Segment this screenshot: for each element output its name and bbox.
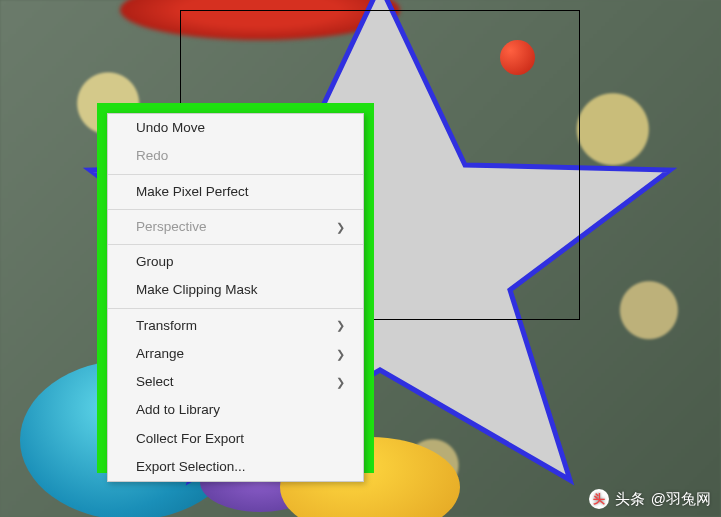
watermark: 头 头条 @羽兔网 [589, 489, 711, 509]
menu-group[interactable]: Group [108, 248, 363, 276]
menu-separator [108, 308, 363, 309]
watermark-logo-icon: 头 [589, 489, 609, 509]
menu-undo[interactable]: Undo Move [108, 114, 363, 142]
menu-separator [108, 209, 363, 210]
menu-clipping-mask[interactable]: Make Clipping Mask [108, 276, 363, 304]
menu-group-label: Group [136, 252, 174, 272]
watermark-prefix: 头条 [615, 490, 645, 509]
menu-select[interactable]: Select❯ [108, 368, 363, 396]
menu-undo-label: Undo Move [136, 118, 205, 138]
watermark-handle: @羽兔网 [651, 490, 711, 509]
menu-perspective: Perspective❯ [108, 213, 363, 241]
menu-pixel-perfect-label: Make Pixel Perfect [136, 182, 249, 202]
menu-redo: Redo [108, 142, 363, 170]
menu-export-selection[interactable]: Export Selection... [108, 453, 363, 481]
menu-separator [108, 174, 363, 175]
menu-export-selection-label: Export Selection... [136, 457, 246, 477]
menu-add-library[interactable]: Add to Library [108, 396, 363, 424]
menu-add-library-label: Add to Library [136, 400, 220, 420]
menu-transform-label: Transform [136, 316, 197, 336]
menu-redo-label: Redo [136, 146, 168, 166]
menu-perspective-label: Perspective [136, 217, 207, 237]
menu-separator [108, 244, 363, 245]
menu-arrange[interactable]: Arrange❯ [108, 340, 363, 368]
menu-select-label: Select [136, 372, 174, 392]
chevron-right-icon: ❯ [336, 374, 345, 391]
menu-clipping-mask-label: Make Clipping Mask [136, 280, 258, 300]
menu-arrange-label: Arrange [136, 344, 184, 364]
menu-transform[interactable]: Transform❯ [108, 312, 363, 340]
menu-collect-export[interactable]: Collect For Export [108, 425, 363, 453]
chevron-right-icon: ❯ [336, 317, 345, 334]
menu-pixel-perfect[interactable]: Make Pixel Perfect [108, 178, 363, 206]
chevron-right-icon: ❯ [336, 219, 345, 236]
chevron-right-icon: ❯ [336, 346, 345, 363]
context-menu: Undo Move Redo Make Pixel Perfect Perspe… [107, 113, 364, 482]
menu-collect-export-label: Collect For Export [136, 429, 244, 449]
